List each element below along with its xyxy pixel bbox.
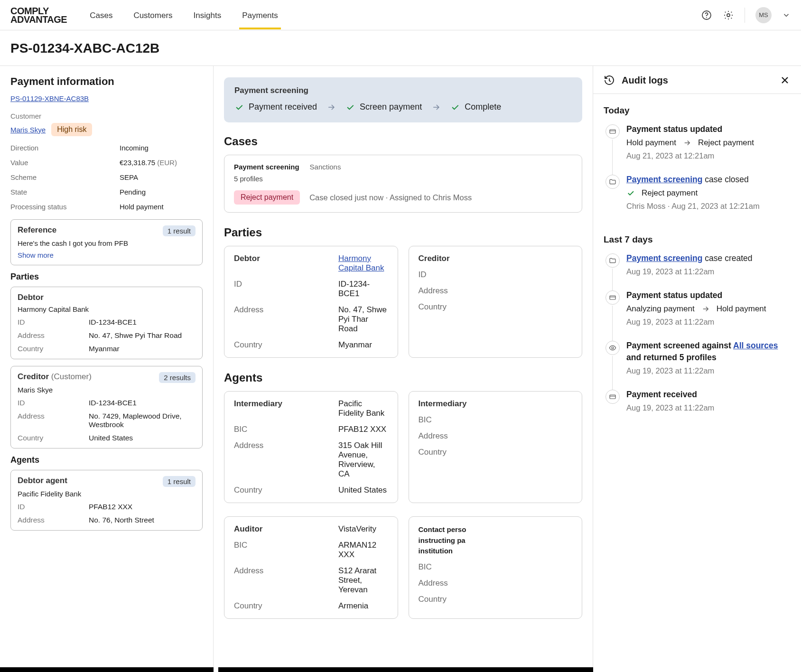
svg-point-5 (612, 347, 614, 349)
folder-icon (605, 175, 620, 189)
debtor-title: Debtor (18, 293, 44, 302)
svg-rect-3 (610, 130, 615, 133)
tab-cases[interactable]: Cases (90, 1, 112, 29)
debtor-id-v: ID-1234-BCE1 (89, 318, 196, 327)
value-ccy: (EUR) (157, 159, 177, 167)
step-3-label: Complete (465, 102, 501, 112)
agent-intermediary-right-role: Intermediary (419, 399, 523, 409)
chevron-down-icon[interactable] (782, 11, 791, 19)
brand-line2: ADVANTAGE (10, 15, 67, 24)
party-debtor-role: Debtor (234, 254, 338, 273)
card-icon (605, 124, 620, 139)
agent-intermediary-name: Pacific Fidelity Bank (338, 399, 388, 418)
tab-insights[interactable]: Insights (194, 1, 222, 29)
party-debtor-link[interactable]: Harmony Capital Bank (338, 254, 384, 272)
tab-customers[interactable]: Customers (133, 1, 172, 29)
agent-intermediary-country-k: Country (234, 485, 338, 495)
risk-badge: High risk (51, 123, 92, 136)
left-panel[interactable]: Payment information PS-01129-XBNE-AC83B … (0, 66, 214, 671)
party-debtor-id-v: ID-1234-BCE1 (338, 280, 388, 299)
creditor-id-v: ID-1234-BCE1 (89, 399, 196, 407)
agent-auditor-country-v: Armenia (338, 601, 388, 611)
case-type: Sanctions (310, 163, 341, 171)
debtor-card[interactable]: Debtor Harmony Capital Bank ID ID-1234-B… (10, 287, 203, 359)
svg-rect-4 (610, 296, 615, 299)
agent-intermediary-card[interactable]: Intermediary Pacific Fidelity Bank BIC P… (224, 391, 398, 503)
mid-panel[interactable]: Payment screening Payment received Scree… (214, 66, 593, 671)
creditor-name: Maris Skye (18, 386, 196, 394)
related-payment-link[interactable]: PS-01129-XBNE-AC83B (10, 94, 89, 103)
nav-tabs: Cases Customers Insights Payments (90, 1, 278, 29)
party-debtor-country-k: Country (234, 340, 338, 350)
creditor-country-k: Country (18, 434, 89, 442)
debtor-agent-addr-v: No. 76, North Street (89, 516, 196, 524)
party-debtor-card[interactable]: Debtor Harmony Capital Bank ID ID-1234-B… (224, 246, 398, 358)
audit-link[interactable]: Payment screening (626, 175, 702, 184)
agent-intermediary-right-card[interactable]: Intermediary BIC Address Country (409, 391, 583, 503)
debtor-addr-v: No. 47, Shwe Pyi Thar Road (89, 331, 196, 340)
reference-card[interactable]: Reference 1 result Here's the cash I got… (10, 219, 203, 265)
agent-auditor-role: Auditor (234, 524, 338, 534)
audit-to: Reject payment (698, 138, 754, 148)
party-debtor-addr-k: Address (234, 305, 338, 334)
audit-title: Payment received (626, 390, 791, 400)
audit-link[interactable]: All sources (733, 341, 778, 350)
creditor-title: Creditor (Customer) (18, 372, 92, 382)
gear-icon[interactable] (723, 9, 734, 21)
case-card[interactable]: Payment screening Sanctions 5 profiles R… (224, 155, 582, 213)
party-creditor-addr-k: Address (419, 286, 523, 296)
arrow-right-icon (431, 103, 441, 112)
step-2-label: Screen payment (360, 102, 422, 112)
party-debtor-id-k: ID (234, 280, 338, 299)
check-icon (234, 103, 244, 112)
value-label: Value (10, 159, 120, 167)
screening-banner: Payment screening Payment received Scree… (224, 77, 582, 122)
reference-show-more[interactable]: Show more (18, 251, 54, 259)
mid-parties-heading: Parties (224, 226, 582, 239)
agent-contact-card[interactable]: Contact perso instructing pa institution… (409, 516, 583, 619)
avatar-initials: MS (759, 11, 768, 19)
reference-title: Reference (18, 225, 56, 235)
parties-grid: Debtor Harmony Capital Bank ID ID-1234-B… (224, 246, 582, 358)
audit-title: Payment screening case created (626, 253, 791, 263)
avatar[interactable]: MS (755, 7, 772, 23)
party-creditor-id-k: ID (419, 270, 523, 280)
agent-contact-role-l2: instructing pa (419, 535, 573, 546)
audit-ts: Aug 21, 2023 at 12:21am (626, 151, 791, 160)
brand-logo: COMPLY ADVANTAGE (10, 7, 67, 24)
help-icon[interactable] (701, 9, 712, 21)
step-2: Screen payment (345, 102, 422, 112)
value-amount: €23,318.75 (120, 159, 155, 167)
case-title: Payment screening (234, 163, 299, 171)
check-icon (626, 189, 635, 197)
debtor-country-v: Myanmar (89, 345, 196, 353)
right-panel[interactable]: Audit logs Today Payment status updated … (593, 66, 801, 671)
last7-label: Last 7 days (604, 234, 791, 245)
agent-intermediary-addr-v: 315 Oak Hill Avenue, Riverview, CA (338, 441, 388, 479)
history-icon (604, 75, 615, 86)
audit-heading: Audit logs (622, 75, 773, 86)
customer-row: Maris Skye High risk (10, 123, 203, 136)
creditor-card[interactable]: Creditor (Customer) 2 results Maris Skye… (10, 366, 203, 448)
agent-intermediary-bic-k: BIC (234, 425, 338, 434)
close-icon[interactable] (779, 75, 791, 86)
agent-intermediary-right-addr-k: Address (419, 431, 523, 441)
debtor-agent-card[interactable]: Debtor agent 1 result Pacific Fidelity B… (10, 470, 203, 531)
left-parties-heading: Parties (10, 272, 203, 282)
customer-link[interactable]: Maris Skye (10, 126, 46, 134)
audit-prefix: Payment screened against (626, 341, 733, 350)
direction-label: Direction (10, 144, 120, 152)
scheme-label: Scheme (10, 173, 120, 181)
cases-heading: Cases (224, 135, 582, 148)
tab-payments[interactable]: Payments (242, 1, 278, 29)
debtor-agent-count: 1 result (163, 476, 196, 487)
agent-intermediary-right-country-k: Country (419, 448, 523, 457)
agent-auditor-addr-k: Address (234, 566, 338, 595)
agent-auditor-card[interactable]: Auditor VistaVerity BIC ARMAN12 XXX Addr… (224, 516, 398, 619)
audit-item: Payment status updated Analyzing payment… (605, 290, 791, 341)
audit-link[interactable]: Payment screening (626, 253, 702, 263)
debtor-id-k: ID (18, 318, 89, 327)
page-title: PS-01234-XABC-AC12B (10, 41, 791, 56)
party-creditor-card[interactable]: Creditor ID Address Country (409, 246, 583, 358)
creditor-sub: (Customer) (51, 372, 92, 381)
